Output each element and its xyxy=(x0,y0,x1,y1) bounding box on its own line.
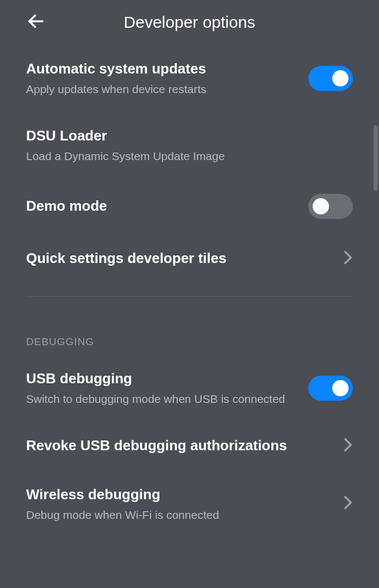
setting-quick-settings-tiles[interactable]: Quick settings developer tiles xyxy=(26,234,353,283)
setting-usb-debugging[interactable]: USB debugging Switch to debugging mode w… xyxy=(26,354,353,421)
setting-subtitle: Debug mode when Wi-Fi is connected xyxy=(26,507,332,522)
toggle-usb-debugging[interactable] xyxy=(308,376,353,401)
scrollbar[interactable] xyxy=(374,125,378,191)
setting-auto-system-updates[interactable]: Automatic system updates Apply updates w… xyxy=(26,45,353,112)
setting-revoke-usb-auth[interactable]: Revoke USB debugging authorizations xyxy=(26,421,353,470)
header: Developer options xyxy=(0,0,379,45)
setting-title: DSU Loader xyxy=(26,127,342,145)
divider xyxy=(26,296,353,297)
setting-title: Wireless debugging xyxy=(26,486,332,504)
setting-title: Automatic system updates xyxy=(26,60,297,78)
toggle-demo-mode[interactable] xyxy=(308,194,353,219)
setting-title: Quick settings developer tiles xyxy=(26,249,332,268)
setting-title: Demo mode xyxy=(26,197,297,216)
chevron-right-icon xyxy=(343,495,353,512)
setting-dsu-loader[interactable]: DSU Loader Load a Dynamic System Update … xyxy=(26,112,353,179)
setting-subtitle: Switch to debugging mode when USB is con… xyxy=(26,391,297,406)
chevron-right-icon xyxy=(343,437,353,455)
setting-subtitle: Load a Dynamic System Update Image xyxy=(26,149,342,163)
setting-wireless-debugging[interactable]: Wireless debugging Debug mode when Wi-Fi… xyxy=(26,470,353,537)
back-icon[interactable] xyxy=(26,11,46,33)
setting-title: USB debugging xyxy=(26,370,297,388)
chevron-right-icon xyxy=(343,250,353,267)
page-title: Developer options xyxy=(26,13,353,32)
setting-subtitle: Apply updates when device restarts xyxy=(26,82,297,96)
setting-demo-mode[interactable]: Demo mode xyxy=(26,179,353,234)
section-header-debugging: DEBUGGING xyxy=(26,310,353,354)
setting-title: Revoke USB debugging authorizations xyxy=(26,437,332,455)
toggle-auto-system-updates[interactable] xyxy=(308,66,353,91)
